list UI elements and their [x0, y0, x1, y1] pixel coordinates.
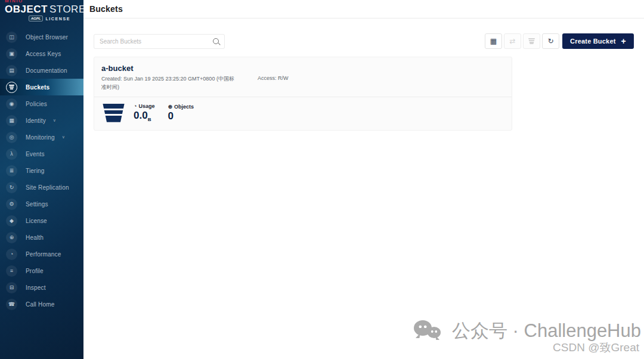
identity-icon: ▦: [6, 115, 17, 126]
objects-value: 0: [168, 110, 194, 122]
app-logo: MINIO OBJECTSTORE AGPL LICENSE: [0, 0, 83, 21]
usage-value: 0.0B: [134, 110, 154, 122]
grid-view-button[interactable]: ▦: [485, 33, 502, 49]
search-input[interactable]: [94, 34, 225, 49]
card-divider: [94, 97, 512, 97]
sidebar-item-label: Documentation: [26, 67, 67, 74]
sidebar-item-settings[interactable]: ⚙Settings: [0, 196, 83, 212]
sidebar-item-label: Health: [26, 234, 44, 241]
replication-button: ⇄: [504, 33, 521, 49]
chevron-down-icon: ∨: [62, 135, 65, 140]
grid-view-icon: ▦: [490, 37, 497, 45]
buckets-icon: [6, 82, 17, 93]
bucket-created: Created: Sun Jan 19 2025 23:25:20 GMT+08…: [101, 75, 239, 91]
sidebar-item-label: Events: [26, 151, 45, 157]
chevron-down-icon: ∨: [53, 118, 56, 123]
sidebar-item-policies[interactable]: ◉Policies: [0, 95, 83, 112]
delete-icon: [528, 38, 535, 44]
sidebar-item-profile[interactable]: ≡Profile: [0, 262, 83, 279]
plus-icon: +: [621, 37, 626, 45]
sidebar-item-label: Performance: [26, 251, 61, 258]
page-title: Buckets: [89, 4, 123, 14]
replication-icon: ⇄: [510, 37, 516, 45]
create-bucket-label: Create Bucket: [570, 38, 616, 45]
create-bucket-button[interactable]: Create Bucket +: [562, 33, 634, 49]
page-header: Buckets: [83, 0, 644, 18]
brand-main: OBJECT: [5, 4, 48, 15]
profile-icon: ≡: [6, 265, 17, 277]
sidebar-item-label: Call Home: [26, 301, 54, 308]
sidebar-item-label: Settings: [26, 201, 48, 208]
usage-stat: ◔ Usage 0.0B: [134, 103, 154, 122]
sidebar-item-label: License: [26, 218, 47, 224]
sidebar-item-identity[interactable]: ▦Identity∨: [0, 112, 83, 129]
bucket-stats: ◔ Usage 0.0B ⊛ Objects 0: [101, 103, 504, 122]
objects-label-row: ⊛ Objects: [168, 104, 194, 110]
sidebar-item-label: Inspect: [26, 284, 46, 291]
objects-stat: ⊛ Objects 0: [168, 104, 194, 122]
sidebar-menu: ◫Object Browser▣Access Keys▤Documentatio…: [0, 29, 83, 312]
objects-icon: ⊛: [168, 104, 172, 110]
buckets-toolbar: ▦⇄↻ Create Bucket +: [94, 33, 634, 49]
sidebar-item-label: Policies: [26, 101, 47, 107]
site-replication-icon: ↻: [6, 182, 17, 193]
access-keys-icon: ▣: [6, 48, 17, 60]
sidebar: MINIO OBJECTSTORE AGPL LICENSE ◫Object B…: [0, 0, 83, 359]
bucket-icon: [103, 104, 125, 122]
settings-icon: ⚙: [6, 199, 17, 210]
sidebar-item-monitoring[interactable]: ◎Monitoring∨: [0, 129, 83, 146]
tiering-icon: ≣: [6, 165, 17, 177]
performance-icon: ◔: [6, 249, 17, 260]
license-row: AGPL LICENSE: [5, 16, 83, 21]
bucket-access: Access: R/W: [258, 75, 289, 91]
refresh-button[interactable]: ↻: [542, 33, 559, 49]
content: ▦⇄↻ Create Bucket + a-bucket Created: Su…: [83, 18, 644, 131]
call-home-icon: ☎: [6, 299, 17, 310]
sidebar-item-documentation[interactable]: ▤Documentation: [0, 62, 83, 79]
sidebar-item-license[interactable]: ◆License: [0, 212, 83, 229]
documentation-icon: ▤: [6, 65, 17, 76]
agpl-badge: AGPL: [29, 16, 44, 21]
sidebar-item-label: Profile: [26, 268, 44, 274]
sidebar-item-label: Access Keys: [26, 51, 61, 57]
bucket-card[interactable]: a-bucket Created: Sun Jan 19 2025 23:25:…: [94, 57, 512, 131]
usage-label: Usage: [138, 103, 154, 109]
brand-secondary: STORE: [49, 4, 86, 15]
object-browser-icon: ◫: [6, 32, 17, 43]
monitoring-icon: ◎: [6, 132, 17, 143]
sidebar-item-label: Monitoring: [26, 134, 55, 141]
usage-number: 0.0: [134, 110, 148, 121]
health-icon: ⊕: [6, 232, 17, 243]
sidebar-item-call-home[interactable]: ☎Call Home: [0, 296, 83, 312]
sidebar-item-label: Site Replication: [26, 184, 69, 191]
sidebar-item-tiering[interactable]: ≣Tiering: [0, 162, 83, 179]
toolbar-buttons: ▦⇄↻: [483, 33, 559, 49]
sidebar-item-label: Identity: [26, 117, 46, 124]
sidebar-item-label: Buckets: [26, 84, 49, 91]
usage-label-row: ◔ Usage: [134, 103, 154, 109]
sidebar-item-access-keys[interactable]: ▣Access Keys: [0, 45, 83, 62]
search-box: [94, 34, 225, 49]
license-icon: ◆: [6, 215, 17, 227]
objects-label: Objects: [174, 104, 194, 110]
delete-button: [523, 33, 540, 49]
usage-unit: B: [148, 117, 151, 122]
sidebar-item-performance[interactable]: ◔Performance: [0, 246, 83, 262]
refresh-icon: ↻: [548, 37, 554, 45]
inspect-icon: ⊟: [6, 282, 17, 293]
usage-pie-icon: ◔: [134, 103, 137, 109]
events-icon: λ: [6, 148, 17, 160]
main-area: Buckets ▦⇄↻ Create Bucket + a-bucket Cre…: [83, 0, 644, 359]
sidebar-item-health[interactable]: ⊕Health: [0, 229, 83, 246]
brand-title: OBJECTSTORE: [5, 4, 83, 15]
sidebar-item-object-browser[interactable]: ◫Object Browser: [0, 29, 83, 45]
sidebar-item-buckets[interactable]: Buckets: [0, 79, 83, 95]
sidebar-item-inspect[interactable]: ⊟Inspect: [0, 279, 83, 296]
search-icon: [213, 38, 219, 44]
license-label: LICENSE: [45, 17, 70, 21]
sidebar-item-site-replication[interactable]: ↻Site Replication: [0, 179, 83, 196]
sidebar-item-events[interactable]: λEvents: [0, 146, 83, 162]
bucket-glyph: [9, 85, 14, 89]
sidebar-item-label: Object Browser: [26, 34, 68, 41]
sidebar-item-label: Tiering: [26, 168, 45, 174]
